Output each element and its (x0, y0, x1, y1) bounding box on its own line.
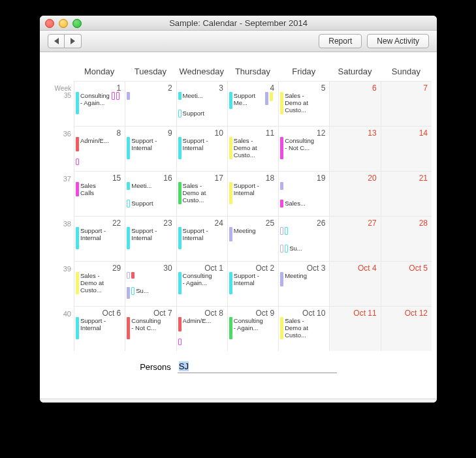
day-cell[interactable]: Oct 9Consulting - Again... (227, 306, 278, 351)
calendar-event[interactable]: Support (127, 200, 153, 207)
calendar-event[interactable] (112, 92, 115, 100)
calendar-event[interactable]: Sales - Demo at Custo... (76, 272, 110, 294)
day-cell[interactable]: 22Support - Internal (74, 216, 125, 261)
calendar-event[interactable] (116, 92, 119, 100)
calendar-event[interactable] (131, 272, 135, 279)
day-cell[interactable]: 16Meeti...Support (125, 171, 176, 216)
day-cell[interactable]: 5Sales - Demo at Custo... (278, 81, 329, 126)
day-cell[interactable]: 26Su... (278, 216, 329, 261)
calendar-event[interactable] (270, 92, 273, 101)
calendar-event[interactable]: Meeting (280, 272, 307, 286)
calendar-event[interactable]: Meeti... (127, 182, 151, 190)
day-cell[interactable]: Oct 5 (381, 261, 432, 306)
calendar-event[interactable]: Admin/E... (76, 137, 109, 151)
day-cell[interactable]: Oct 7Consulting - Not C... (125, 306, 176, 351)
day-cell[interactable]: 3Meeti...Support (176, 81, 227, 126)
minimize-icon[interactable] (59, 19, 68, 28)
calendar-event[interactable] (178, 339, 182, 345)
day-cell[interactable]: 23Support - Internal (125, 216, 176, 261)
day-cell[interactable]: 18Support - Internal (227, 171, 278, 216)
calendar-event[interactable] (285, 227, 288, 235)
calendar-event[interactable]: Su... (285, 245, 302, 252)
day-cell[interactable]: Oct 11 (329, 306, 380, 351)
calendar-event[interactable]: Consulting - Again... (229, 317, 264, 339)
window-resize-grip[interactable] (40, 399, 437, 403)
day-cell[interactable]: 13 (329, 126, 380, 171)
day-cell[interactable]: 10Support - Internal (176, 126, 227, 171)
prev-button[interactable] (48, 34, 65, 48)
calendar-event[interactable]: Su... (131, 287, 149, 295)
day-cell[interactable]: Oct 4 (329, 261, 380, 306)
day-cell[interactable]: Oct 3Meeting (278, 261, 329, 306)
calendar-event[interactable] (265, 92, 268, 105)
day-cell[interactable]: 20 (329, 171, 380, 216)
day-cell[interactable]: 21 (381, 171, 432, 216)
calendar-event[interactable]: Support - Internal (178, 227, 213, 249)
day-cell[interactable]: Oct 8Admin/E... (176, 306, 227, 351)
calendar-event[interactable]: Sales - Demo at Custo... (280, 92, 315, 114)
calendar-event[interactable]: Meeti... (178, 92, 203, 100)
new-activity-button[interactable]: New Activity (367, 34, 429, 48)
calendar-event[interactable]: Support - Internal (178, 137, 213, 159)
calendar-event[interactable]: Meeting (229, 227, 256, 241)
calendar-event[interactable] (76, 159, 79, 165)
day-cell[interactable]: 24Support - Internal (176, 216, 227, 261)
calendar-event[interactable]: Sales Calls (76, 182, 110, 196)
day-cell[interactable]: 11Sales - Demo at Custo... (227, 126, 278, 171)
calendar-event[interactable] (280, 245, 283, 252)
calendar-event[interactable]: Support - Internal (229, 272, 264, 294)
day-cell[interactable]: Oct 1Consulting - Again... (176, 261, 227, 306)
day-cell[interactable]: 25Meeting (227, 216, 278, 261)
calendar-event[interactable]: Consulting - Again... (76, 92, 110, 114)
next-button[interactable] (65, 34, 82, 48)
day-cell[interactable]: 9Support - Internal (125, 126, 176, 171)
day-cell[interactable]: Oct 10Sales - Demo at Custo... (278, 306, 329, 351)
day-cell[interactable]: 8Admin/E... (74, 126, 125, 171)
event-color-bar (76, 137, 79, 151)
day-cell[interactable]: Oct 12 (381, 306, 432, 351)
calendar-event[interactable]: Support - Internal (127, 137, 161, 159)
day-cell[interactable]: 14 (381, 126, 432, 171)
calendar-event[interactable]: Support Me... (229, 92, 264, 109)
day-cell[interactable]: 1Consulting - Again... (74, 81, 125, 126)
day-cell[interactable]: Oct 2Support - Internal (227, 261, 278, 306)
calendar-event[interactable]: Admin/E... (178, 317, 212, 331)
persons-input[interactable] (178, 360, 337, 373)
calendar-event[interactable]: Support - Internal (76, 317, 110, 339)
calendar-event[interactable]: Support - Internal (229, 182, 264, 204)
day-cell[interactable]: 28 (381, 216, 432, 261)
day-cell[interactable]: Oct 6Support - Internal (74, 306, 125, 351)
calendar-event[interactable] (127, 287, 130, 299)
calendar-event[interactable]: Sales - Demo at Custo... (280, 317, 315, 339)
day-cell[interactable]: 19Sales... (278, 171, 329, 216)
calendar-event[interactable]: Consulting - Again... (178, 272, 213, 294)
day-cell[interactable]: 27 (329, 216, 380, 261)
calendar-event[interactable] (127, 92, 130, 100)
day-cell[interactable]: 6 (329, 81, 380, 126)
day-cell[interactable]: 4Support Me... (227, 81, 278, 126)
calendar-event[interactable]: Consulting - Not C... (280, 137, 315, 159)
calendar-event[interactable]: Sales... (280, 200, 306, 207)
day-cell[interactable]: 30Su... (125, 261, 176, 306)
day-number: Oct 4 (358, 264, 377, 273)
calendar-event[interactable]: Support (178, 110, 204, 117)
day-cell[interactable]: 12Consulting - Not C... (278, 126, 329, 171)
calendar-event[interactable]: Support - Internal (76, 227, 110, 249)
day-cell[interactable]: 15Sales Calls (74, 171, 125, 216)
zoom-icon[interactable] (72, 19, 82, 28)
event-label: Support - Internal (131, 227, 161, 241)
calendar-event[interactable]: Support - Internal (127, 227, 161, 249)
calendar-event[interactable] (280, 227, 283, 235)
calendar-event[interactable]: Consulting - Not C... (127, 317, 161, 339)
calendar-event[interactable] (280, 182, 283, 190)
day-cell[interactable]: 17Sales - Demo at Custo... (176, 171, 227, 216)
calendar-event[interactable] (127, 272, 130, 279)
calendar-event[interactable]: Sales - Demo at Custo... (178, 182, 213, 204)
day-cell[interactable]: 2 (125, 81, 176, 126)
day-cell[interactable]: 7 (381, 81, 432, 126)
report-button[interactable]: Report (319, 34, 362, 48)
day-cell[interactable]: 29Sales - Demo at Custo... (74, 261, 125, 306)
event-color-bar (116, 92, 119, 100)
calendar-event[interactable]: Sales - Demo at Custo... (229, 137, 264, 159)
close-icon[interactable] (45, 19, 54, 28)
